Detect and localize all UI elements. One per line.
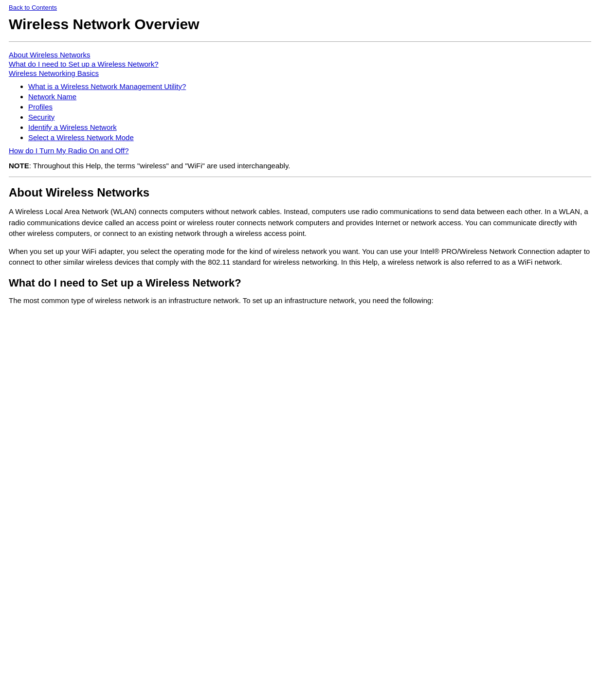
about-wireless-section-title: About Wireless Networks	[9, 186, 591, 199]
what-do-i-need-para-1: The most common type of wireless network…	[9, 295, 591, 306]
middle-divider	[9, 177, 591, 177]
toc-link-select-network-mode[interactable]: Select a Wireless Network Mode	[28, 133, 134, 142]
about-wireless-para-2: When you set up your WiFi adapter, you s…	[9, 246, 591, 268]
toc-sublist-item: Network Name	[28, 92, 591, 101]
toc-link-what-do-i-need[interactable]: What do I need to Set up a Wireless Netw…	[9, 60, 591, 68]
toc-sublist-item: Security	[28, 113, 591, 121]
toc-sublist-item: Identify a Wireless Network	[28, 123, 591, 131]
toc-sublist-item: Select a Wireless Network Mode	[28, 133, 591, 142]
toc-link-management-utility[interactable]: What is a Wireless Network Management Ut…	[28, 82, 186, 90]
top-divider	[9, 41, 591, 42]
note-text: : Throughout this Help, the terms "wirel…	[29, 162, 291, 170]
toc-sublist-item: Profiles	[28, 103, 591, 111]
about-wireless-para-1: A Wireless Local Area Network (WLAN) con…	[9, 206, 591, 239]
toc-link-security[interactable]: Security	[28, 113, 55, 121]
toc-link-about-wireless[interactable]: About Wireless Networks	[9, 51, 591, 59]
back-to-contents-link[interactable]: Back to Contents	[9, 4, 591, 11]
toc-link-identify-wireless[interactable]: Identify a Wireless Network	[28, 123, 117, 131]
page-title: Wireless Network Overview	[9, 16, 591, 33]
toc-link-network-name[interactable]: Network Name	[28, 92, 76, 101]
note-paragraph: NOTE: Throughout this Help, the terms "w…	[9, 162, 591, 170]
toc-main-links: About Wireless Networks What do I need t…	[9, 51, 591, 77]
how-turn-radio-link[interactable]: How do I Turn My Radio On and Off?	[9, 146, 591, 155]
what-do-i-need-section-title: What do I need to Set up a Wireless Netw…	[9, 277, 591, 289]
toc-link-wireless-basics[interactable]: Wireless Networking Basics	[9, 69, 591, 77]
toc-sub-list: What is a Wireless Network Management Ut…	[28, 82, 591, 142]
toc-link-profiles[interactable]: Profiles	[28, 103, 53, 111]
toc-sublist-item: What is a Wireless Network Management Ut…	[28, 82, 591, 90]
note-label: NOTE	[9, 162, 29, 170]
